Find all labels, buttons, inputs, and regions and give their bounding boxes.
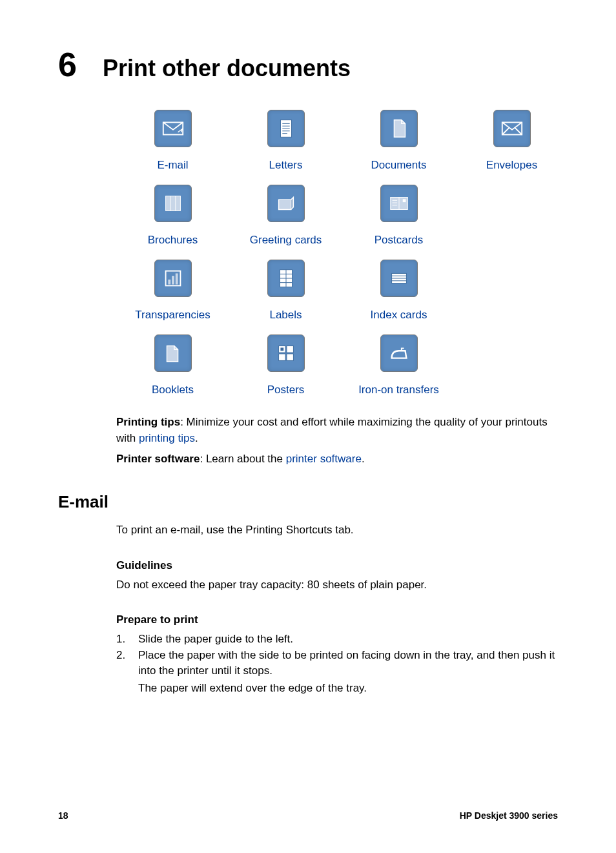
list-item: 1. Slide the paper guide to the left. [116,632,558,648]
printer-software-bold: Printer software [116,453,200,465]
printer-software-link[interactable]: printer software [286,453,362,465]
step-number: 1. [116,632,138,648]
grid-label: Labels [269,309,302,322]
grid-label: Brochures [148,234,198,247]
svg-rect-32 [278,354,285,360]
tips-block: Printing tips: Minimize your cost and ef… [116,415,558,468]
page-number: 18 [58,810,68,821]
grid-transparencies[interactable]: Transparencies [116,260,229,322]
postcards-icon [380,185,418,222]
grid-index-cards[interactable]: Index cards [342,260,455,322]
svg-rect-13 [402,199,406,202]
step-text: Slide the paper guide to the left. [138,632,558,648]
iron-on-icon [380,334,418,372]
grid-empty [455,334,568,396]
section-email-title: E-mail [58,492,558,512]
documents-icon [380,110,418,147]
grid-posters[interactable]: Posters [229,334,342,396]
grid-envelopes[interactable]: Envelopes [455,110,568,172]
email-icon [154,110,192,147]
printing-tips-bold: Printing tips [116,416,180,428]
guidelines-text: Do not exceed the paper tray capacity: 8… [116,577,558,593]
grid-label: Index cards [371,309,427,322]
labels-icon [267,260,305,297]
doc-type-grid: E-mail Letters Documents Envelopes Broc [116,110,558,396]
prepare-head: Prepare to print [116,613,558,626]
grid-label: Postcards [375,234,424,247]
step-number: 2. [116,648,138,697]
printer-software-line: Printer software: Learn about the printe… [116,451,558,468]
page: 6 Print other documents E-mail Letters D… [0,0,616,853]
grid-letters[interactable]: Letters [229,110,342,172]
grid-label: Posters [267,384,305,396]
svg-rect-31 [286,346,293,353]
printing-tips-line: Printing tips: Minimize your cost and ef… [116,415,558,446]
chapter-number: 6 [58,45,77,84]
grid-labels[interactable]: Labels [229,260,342,322]
grid-label: Envelopes [486,159,537,172]
grid-label: Transparencies [135,309,210,322]
printing-tips-link[interactable]: printing tips [139,432,195,444]
svg-rect-34 [280,347,283,351]
grid-label: Booklets [152,384,194,396]
prepare-steps: 1. Slide the paper guide to the left. 2.… [116,632,558,697]
page-footer: 18 HP Deskjet 3900 series [58,810,558,827]
list-item: 2. Place the paper with the side to be p… [116,648,558,697]
svg-rect-20 [175,273,178,284]
grid-label: Documents [371,159,427,172]
svg-rect-19 [172,276,174,284]
envelopes-icon [493,110,531,147]
grid-label: Greeting cards [250,234,322,247]
product-name: HP Deskjet 3900 series [460,810,558,821]
grid-empty [455,260,568,322]
grid-email[interactable]: E-mail [116,110,229,172]
chapter-header: 6 Print other documents [58,45,558,84]
booklets-icon [154,334,192,372]
chapter-title: Print other documents [103,55,351,82]
grid-postcards[interactable]: Postcards [342,185,455,247]
grid-booklets[interactable]: Booklets [116,334,229,396]
letters-icon [267,110,305,147]
grid-label: Iron-on transfers [358,384,439,396]
grid-iron-on[interactable]: Iron-on transfers [342,334,455,396]
svg-rect-33 [286,354,293,360]
section-intro: To print an e-mail, use the Printing Sho… [116,522,558,539]
grid-documents[interactable]: Documents [342,110,455,172]
guidelines-head: Guidelines [116,559,558,572]
grid-brochures[interactable]: Brochures [116,185,229,247]
transparencies-icon [154,260,192,297]
grid-label: E-mail [157,159,188,172]
step-text: The paper will extend over the edge of t… [138,681,558,697]
svg-rect-8 [165,196,180,211]
grid-empty [455,185,568,247]
svg-rect-18 [168,280,170,285]
grid-label: Letters [269,159,303,172]
brochures-icon [154,185,192,222]
grid-greeting-cards[interactable]: Greeting cards [229,185,342,247]
greeting-cards-icon [267,185,305,222]
posters-icon [267,334,305,372]
index-cards-icon [380,260,418,297]
step-text: Place the paper with the side to be prin… [138,648,558,679]
